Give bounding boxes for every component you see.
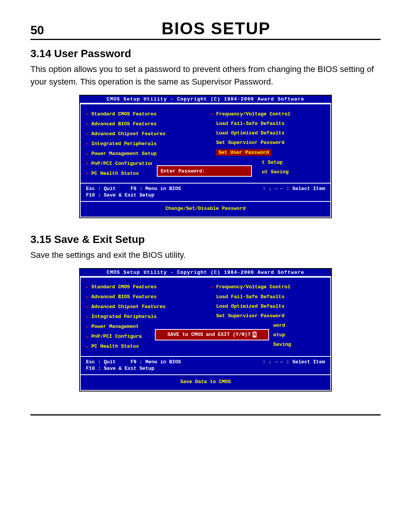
triangle-icon: ▸ [211, 111, 216, 117]
menu-load-optimized[interactable]: Load Optimized Defaults [211, 128, 329, 138]
bios-title: CMOS Setup Utility - Copyright (C) 1984-… [80, 96, 331, 104]
menu-pc-health[interactable]: ▸PC Health Status [86, 342, 204, 351]
menu-integrated-peripherals[interactable]: ▸Integrated Peripherals [86, 139, 204, 149]
triangle-icon: ▸ [86, 334, 91, 340]
dialog-cursor[interactable]: N [253, 332, 256, 337]
menu-standard-cmos[interactable]: ▸Standard CMOS Features [86, 109, 204, 119]
menu-standard-cmos[interactable]: ▸Standard CMOS Features [86, 282, 204, 292]
menu-load-failsafe[interactable]: Load Fail-Safe Defaults [211, 292, 329, 302]
triangle-icon: ▸ [86, 343, 91, 350]
key-help-right: ↑ ↓ → ← : Select Item [263, 359, 325, 372]
triangle-icon: ▸ [86, 324, 91, 330]
menu-freq-voltage[interactable]: ▸Frequency/Voltage Control [211, 282, 329, 292]
bios-screen-user-password: CMOS Setup Utility - Copyright (C) 1984-… [79, 95, 332, 218]
page-header: 50 BIOS SETUP [30, 19, 381, 40]
menu-load-optimized[interactable]: Load Optimized Defaults [211, 302, 329, 311]
bios-left-column: ▸Standard CMOS Features ▸Advanced BIOS F… [81, 278, 206, 356]
triangle-icon: ▸ [86, 131, 91, 137]
section-314-title: 3.14 User Password [30, 48, 381, 60]
triangle-icon: ▸ [86, 304, 91, 310]
page-title: BIOS SETUP [52, 19, 381, 38]
dialog-label: Enter Password: [161, 168, 205, 174]
menu-supervisor-password[interactable]: Set Supervisor Password [211, 138, 329, 147]
key-help-left: Esc : Quit F9 : Menu in BIOS F10 : Save … [86, 186, 181, 199]
triangle-icon: ▸ [86, 111, 91, 117]
page-number: 50 [30, 23, 44, 37]
menu-advanced-chipset[interactable]: ▸Advanced Chipset Features [86, 129, 204, 139]
triangle-icon: ▸ [86, 170, 91, 176]
page-footer-rule [30, 414, 381, 415]
triangle-icon: ▸ [86, 284, 91, 290]
menu-freq-voltage[interactable]: ▸Frequency/Voltage Control [211, 109, 329, 119]
menu-load-failsafe[interactable]: Load Fail-Safe Defaults [211, 119, 329, 128]
triangle-icon: ▸ [86, 141, 91, 147]
key-help-left: Esc : Quit F9 : Menu in BIOS F10 : Save … [86, 359, 181, 372]
bios-footer-msg: Change/Set/Disable Password [81, 201, 330, 217]
section-315-title: 3.15 Save & Exit Setup [30, 233, 381, 246]
triangle-icon: ▸ [86, 294, 91, 300]
section-315-body: Save the settings and exit the BIOS util… [30, 249, 381, 261]
menu-integrated-peripherals[interactable]: ▸Integrated Peripherals [86, 312, 204, 322]
section-314-body: This option allows you to set a password… [30, 63, 381, 88]
menu-user-password-selected[interactable]: Set User Password [211, 147, 329, 158]
triangle-icon: ▸ [86, 121, 91, 127]
bios-title: CMOS Setup Utility - Copyright (C) 1984-… [80, 269, 331, 277]
dialog-label: SAVE to CMOS and EXIT (Y/N)? [167, 332, 250, 337]
triangle-icon: ▸ [86, 314, 91, 320]
bios-key-help: Esc : Quit F9 : Menu in BIOS F10 : Save … [81, 183, 330, 201]
bios-key-help: Esc : Quit F9 : Menu in BIOS F10 : Save … [81, 356, 330, 374]
menu-advanced-chipset[interactable]: ▸Advanced Chipset Features [86, 302, 204, 312]
bios-screen-save-exit: CMOS Setup Utility - Copyright (C) 1984-… [79, 268, 332, 391]
menu-supervisor-password[interactable]: Set Supervisor Password [211, 311, 329, 321]
triangle-icon: ▸ [86, 150, 91, 157]
menu-exit-without-truncated[interactable]: Saving [211, 340, 329, 349]
menu-advanced-bios[interactable]: ▸Advanced BIOS Features [86, 292, 204, 302]
menu-advanced-bios[interactable]: ▸Advanced BIOS Features [86, 119, 204, 129]
triangle-icon: ▸ [86, 160, 91, 166]
bios-footer-msg: Save Data to CMOS [81, 374, 330, 390]
key-help-right: ↑ ↓ → ← : Select Item [263, 186, 325, 199]
bios-right-column: ▸Frequency/Voltage Control Load Fail-Saf… [206, 278, 330, 356]
menu-power-management[interactable]: ▸Power Management Setup [86, 149, 204, 158]
triangle-icon: ▸ [211, 284, 216, 290]
